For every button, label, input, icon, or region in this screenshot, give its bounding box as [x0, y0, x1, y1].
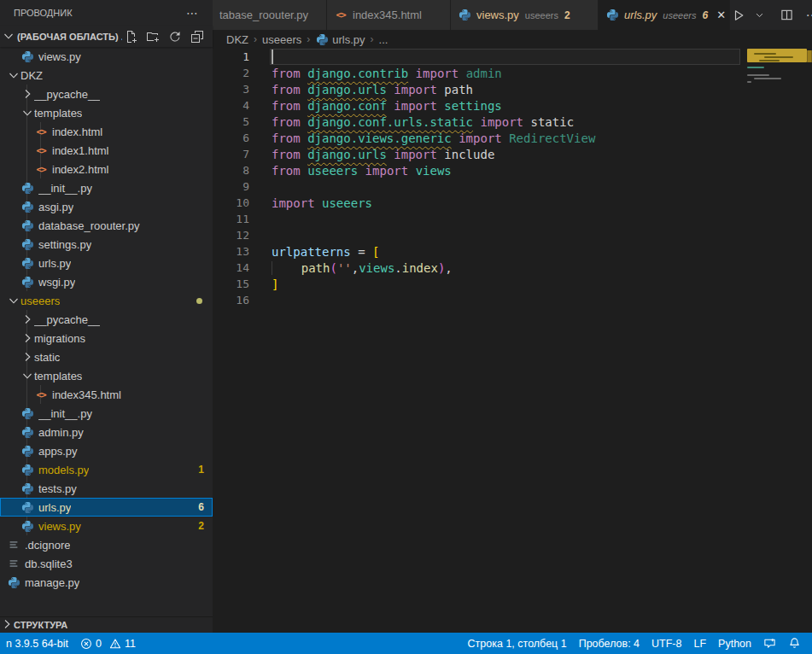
editor-actions: ⋯ [730, 0, 812, 30]
code-line-4[interactable]: 4from django.conf import settings [213, 97, 812, 114]
workspace-section-label: (РАБОЧАЯ ОБЛАСТЬ) ... [17, 32, 122, 42]
line-number: 12 [213, 229, 249, 242]
code-line-14[interactable]: 14 path('',views.index), [213, 260, 812, 276]
tab-tabase-roouter.py[interactable]: tabase_roouter.py [213, 0, 327, 30]
line-number: 6 [213, 131, 249, 144]
tree-item-models.py[interactable]: models.py1 [0, 460, 213, 479]
code-line-5[interactable]: 5from django.conf.urls.static import sta… [213, 114, 812, 130]
code-line-12[interactable]: 12 [213, 227, 812, 243]
more-actions-button[interactable]: ⋯ [803, 5, 812, 26]
breadcrumb-item-...[interactable]: ... [379, 33, 388, 46]
new-file-button[interactable] [122, 28, 139, 45]
code-editor[interactable]: 12from django.contrib import admin3from … [213, 49, 812, 633]
code-line-1[interactable]: 1 [213, 49, 812, 65]
encoding-status[interactable]: UTF-8 [646, 638, 687, 650]
problems-status[interactable]: 0 11 [74, 638, 142, 650]
tree-item-views.py[interactable]: views.py2 [0, 517, 213, 535]
python-interpreter-status[interactable]: n 3.9.5 64-bit [0, 638, 74, 650]
code-line-8[interactable]: 8from useeers import views [213, 162, 812, 178]
python-icon [21, 520, 34, 533]
tree-item-.dcignore[interactable]: .dcignore [0, 535, 213, 554]
tree-item--init-.py[interactable]: __init__.py [0, 404, 213, 423]
tab-urls.py[interactable]: urls.pyuseeers6✕ [599, 0, 730, 30]
feedback-icon[interactable] [757, 637, 782, 650]
refresh-button[interactable] [166, 28, 184, 45]
collapse-all-button[interactable] [189, 28, 206, 45]
code-line-16[interactable]: 16 [213, 292, 812, 308]
breadcrumb-item-dkz[interactable]: DKZ [226, 33, 248, 46]
code-line-11[interactable]: 11 [213, 211, 812, 227]
html-icon: <> [36, 126, 45, 137]
code-line-13[interactable]: 13urlpatterns = [ [213, 243, 812, 260]
line-number: 13 [213, 245, 249, 258]
tree-item-tests.py[interactable]: tests.py [0, 479, 213, 498]
split-editor-button[interactable] [778, 5, 795, 26]
tree-item-views.py[interactable]: views.py [0, 47, 213, 66]
chevron-right-icon [0, 617, 14, 633]
tree-item-urls.py[interactable]: urls.py [0, 254, 213, 272]
close-tab-icon[interactable]: ✕ [716, 8, 726, 23]
tree-item-wsgi.py[interactable]: wsgi.py [0, 272, 213, 291]
tree-folder-templates[interactable]: templates [0, 103, 213, 122]
breadcrumb-separator: › [254, 33, 257, 45]
tree-item-index345.html[interactable]: <>index345.html [0, 385, 213, 404]
editor-group: tabase_roouter.py<>index345.htmlviews.py… [213, 0, 812, 633]
run-dropdown-chevron-icon[interactable] [751, 5, 768, 26]
python-icon [21, 501, 34, 514]
run-button[interactable] [730, 5, 747, 26]
views-more-actions-icon[interactable]: ⋯ [186, 6, 199, 20]
tree-folder-useeers[interactable]: useeers [0, 291, 213, 310]
indentation-status[interactable]: Пробелов: 4 [573, 638, 646, 650]
code-line-15[interactable]: 15] [213, 276, 812, 292]
chevron-down-icon [20, 369, 34, 382]
line-number: 9 [213, 180, 249, 193]
python-icon [21, 257, 34, 270]
tree-folder-templates[interactable]: templates [0, 366, 213, 385]
code-line-9[interactable]: 9 [213, 178, 812, 195]
outline-section-header[interactable]: СТРУКТУРА [0, 616, 213, 633]
tree-item-manage.py[interactable]: manage.py [0, 573, 213, 592]
code-line-7[interactable]: 7from django.urls import include [213, 146, 812, 162]
tree-item-urls.py[interactable]: urls.py6 [0, 498, 213, 517]
eol-status[interactable]: LF [687, 638, 712, 650]
python-icon [21, 445, 34, 458]
notifications-bell-icon[interactable] [782, 637, 807, 650]
tree-folder-static[interactable]: static [0, 347, 213, 366]
chevron-right-icon [0, 617, 14, 631]
workspace-section-header[interactable]: (РАБОЧАЯ ОБЛАСТЬ) ... [0, 26, 213, 47]
code-line-3[interactable]: 3from django.urls import path [213, 81, 812, 97]
new-folder-button[interactable] [144, 28, 161, 45]
python-icon [606, 9, 619, 21]
code-line-10[interactable]: 10import useeers [213, 195, 812, 211]
chevron-down-icon [7, 294, 20, 307]
python-icon [21, 464, 34, 476]
code-line-6[interactable]: 6from django.views.generic import Redire… [213, 130, 812, 146]
tab-views.py[interactable]: views.pyuseeers2 [451, 0, 599, 30]
tree-item-admin.py[interactable]: admin.py [0, 423, 213, 441]
tree-folder--pycache-[interactable]: __pycache__ [0, 85, 213, 103]
tree-item-index.html[interactable]: <>index.html [0, 122, 213, 141]
tree-folder--pycache-[interactable]: __pycache__ [0, 310, 213, 329]
minimap[interactable] [747, 49, 807, 151]
tree-folder-dkz[interactable]: DKZ [0, 66, 213, 85]
tree-item-settings.py[interactable]: settings.py [0, 235, 213, 254]
breadcrumb-separator: › [307, 33, 310, 45]
tree-item--init-.py[interactable]: __init__.py [0, 178, 213, 197]
python-icon [21, 238, 34, 251]
code-line-2[interactable]: 2from django.contrib import admin [213, 65, 812, 81]
chevron-down-icon [7, 68, 20, 82]
tree-item-index2.html[interactable]: <>index2.html [0, 160, 213, 178]
line-number: 14 [213, 261, 249, 274]
tree-item-index1.html[interactable]: <>index1.html [0, 141, 213, 160]
tree-item-database-roouter.py[interactable]: database_roouter.py [0, 216, 213, 235]
language-mode-status[interactable]: Python [712, 638, 757, 650]
tree-item-db.sqlite3[interactable]: db.sqlite3 [0, 554, 213, 573]
tree-item-asgi.py[interactable]: asgi.py [0, 197, 213, 216]
breadcrumb-item-useeers[interactable]: useeers [262, 33, 301, 46]
explorer-panel-header: ПРОВОДНИК ⋯ [0, 0, 213, 26]
cursor-position-status[interactable]: Строка 1, столбец 1 [462, 638, 573, 650]
tree-item-apps.py[interactable]: apps.py [0, 441, 213, 460]
breadcrumb-item-urls.py[interactable]: urls.py [315, 32, 365, 46]
tree-folder-migrations[interactable]: migrations [0, 329, 213, 347]
tab-index345.html[interactable]: <>index345.html [327, 0, 451, 30]
